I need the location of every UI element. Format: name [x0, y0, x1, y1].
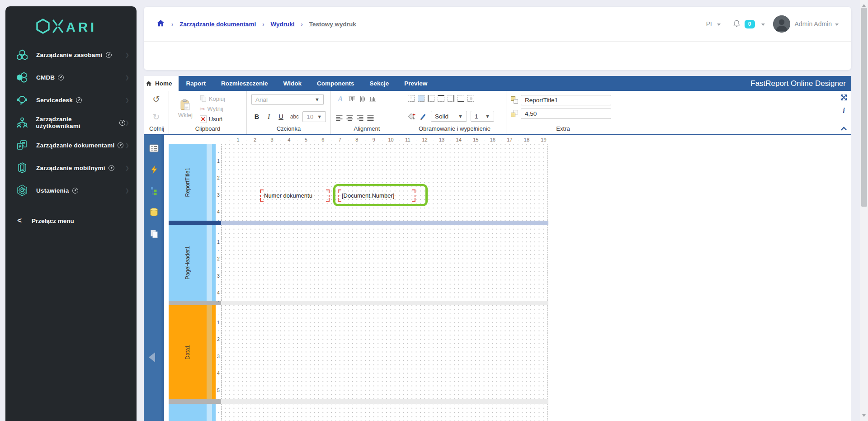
- band-page-area[interactable]: [221, 225, 547, 301]
- paint-bucket-icon: [408, 113, 416, 120]
- svg-text:ARI: ARI: [66, 20, 97, 34]
- align-left-button[interactable]: [335, 115, 343, 122]
- gauge-icon: [76, 97, 82, 103]
- border-bottom-button[interactable]: [458, 95, 464, 102]
- font-size-select[interactable]: 10 ▼: [302, 111, 326, 122]
- paste-label: Wklej: [178, 112, 193, 118]
- delete-button[interactable]: ✕ Usuń: [200, 115, 225, 123]
- sidebar-item-documents[interactable]: Zarządzanie dokumentami ❯: [5, 134, 137, 156]
- border-style-select[interactable]: Solid ▼: [431, 111, 467, 122]
- sidebar-item-users[interactable]: Zarządzanie użytkownikami ❯: [5, 111, 137, 134]
- sidebar-item-label: CMDB: [36, 74, 55, 81]
- border-all-button[interactable]: [418, 95, 425, 102]
- text-object-label[interactable]: Numer dokumentu: [260, 190, 329, 201]
- band-page-area[interactable]: [221, 305, 547, 399]
- pages-icon[interactable]: [149, 228, 160, 238]
- paste-button[interactable]: Wklej: [174, 94, 197, 124]
- collapse-ribbon-icon[interactable]: [840, 125, 847, 133]
- border-right-button[interactable]: [448, 95, 454, 102]
- sidebar-item-assets[interactable]: Zarządzanie zasobami ❯: [5, 43, 137, 66]
- align-right-button[interactable]: [356, 115, 364, 122]
- text-object-content: [Document.Number]: [342, 192, 394, 199]
- font-family-select[interactable]: Arial ▼: [251, 94, 324, 105]
- home-icon[interactable]: [156, 19, 165, 29]
- undo-button[interactable]: ↺: [151, 95, 161, 104]
- text-object-field[interactable]: [Document.Number]: [338, 190, 415, 201]
- border-none-button[interactable]: [408, 95, 415, 102]
- band-separator[interactable]: [169, 221, 851, 225]
- settings-icon: [15, 184, 29, 196]
- scrollbar-thumb[interactable]: [861, 8, 867, 207]
- notification-badge[interactable]: 0: [745, 20, 755, 28]
- data-source-icon[interactable]: [149, 207, 160, 217]
- info-icon[interactable]: i: [843, 107, 844, 114]
- extra-group: Extra: [506, 91, 620, 134]
- text-color-brush-button[interactable]: [420, 113, 427, 120]
- cut-button[interactable]: ✂ Wytnij: [200, 105, 225, 113]
- group-label: Obramowanie i wypełnienie: [408, 124, 501, 134]
- band-separator[interactable]: [169, 399, 851, 404]
- properties-icon[interactable]: [149, 143, 160, 153]
- user-menu[interactable]: Admin Admin: [795, 20, 839, 28]
- border-left-button[interactable]: [428, 95, 434, 102]
- band-header-pageheader[interactable]: PageHeader1: [169, 225, 207, 301]
- collapse-panel-icon[interactable]: [149, 352, 155, 362]
- tab-home[interactable]: Home: [144, 76, 179, 91]
- sidebar-item-mobile[interactable]: Zarządzanie mobilnymi ❯: [5, 156, 137, 179]
- chevron-down-icon: ❯: [125, 52, 129, 58]
- underline-button[interactable]: U: [276, 112, 287, 122]
- align-center-button[interactable]: [346, 115, 354, 122]
- bell-icon[interactable]: [732, 19, 741, 29]
- sidebar-toggle[interactable]: < Przełącz menu: [5, 211, 137, 231]
- font-family-value: Arial: [255, 96, 268, 103]
- sidebar-item-cmdb[interactable]: CMDB ❯: [5, 66, 137, 89]
- tab-preview[interactable]: Preview: [396, 76, 435, 91]
- avatar[interactable]: [773, 15, 790, 33]
- copy-button[interactable]: Kopiuj: [200, 95, 225, 102]
- band-page-area[interactable]: Numer dokumentu [Document.Number]: [221, 144, 547, 221]
- select-caret-icon: ▼: [485, 114, 490, 119]
- border-width-select[interactable]: 1 ▼: [471, 111, 494, 122]
- caret-down-icon[interactable]: [761, 24, 765, 28]
- bring-forward-icon[interactable]: [511, 96, 519, 104]
- band-header-data[interactable]: Data1: [169, 305, 207, 399]
- border-props-button[interactable]: [467, 95, 474, 102]
- bold-button[interactable]: B: [251, 112, 262, 122]
- tab-components[interactable]: Components: [309, 76, 362, 91]
- sidebar-item-settings[interactable]: Ustawienia ❯: [5, 179, 137, 202]
- scroll-up-icon[interactable]: [862, 2, 866, 7]
- valign-middle-button[interactable]: [359, 95, 366, 103]
- object-height-input[interactable]: [521, 109, 611, 119]
- object-name-input[interactable]: [521, 95, 611, 105]
- strikethrough-button[interactable]: abc: [288, 112, 301, 122]
- tab-raport[interactable]: Raport: [179, 76, 214, 91]
- band-separator[interactable]: [169, 301, 851, 305]
- vertical-ruler: ·: [216, 404, 221, 421]
- scroll-down-icon[interactable]: [862, 414, 866, 419]
- page-scrollbar[interactable]: [860, 0, 868, 421]
- font-color-button[interactable]: A: [335, 95, 345, 104]
- report-tree-icon[interactable]: [149, 186, 160, 196]
- language-selector[interactable]: PL: [706, 20, 721, 28]
- oxari-logo[interactable]: ARI: [5, 6, 137, 43]
- tab-rozmieszczenie[interactable]: Rozmieszczenie: [213, 76, 276, 91]
- events-icon[interactable]: [149, 165, 160, 175]
- align-justify-button[interactable]: [367, 115, 374, 122]
- redo-button[interactable]: ↻: [151, 113, 161, 121]
- band-header-partial[interactable]: [169, 404, 207, 421]
- tab-widok[interactable]: Widok: [276, 76, 309, 91]
- italic-button[interactable]: I: [264, 112, 274, 122]
- border-top-button[interactable]: [438, 95, 444, 102]
- send-backward-icon[interactable]: [511, 110, 519, 118]
- tab-sekcje[interactable]: Sekcje: [362, 76, 396, 91]
- band-page-area[interactable]: [221, 404, 547, 421]
- breadcrumb: › Zarządzanie dokumentami › Wydruki › Te…: [144, 7, 851, 42]
- fill-color-button[interactable]: [408, 113, 416, 120]
- valign-bottom-button[interactable]: [369, 95, 377, 103]
- breadcrumb-link-documents[interactable]: Zarządzanie dokumentami: [179, 21, 256, 28]
- breadcrumb-link-wydruki[interactable]: Wydruki: [270, 21, 294, 28]
- band-header-reporttitle[interactable]: ReportTitle1: [169, 144, 207, 221]
- sidebar-item-servicedesk[interactable]: Servicedesk ❯: [5, 89, 137, 111]
- fullscreen-icon[interactable]: [840, 94, 848, 103]
- valign-top-button[interactable]: [348, 95, 356, 103]
